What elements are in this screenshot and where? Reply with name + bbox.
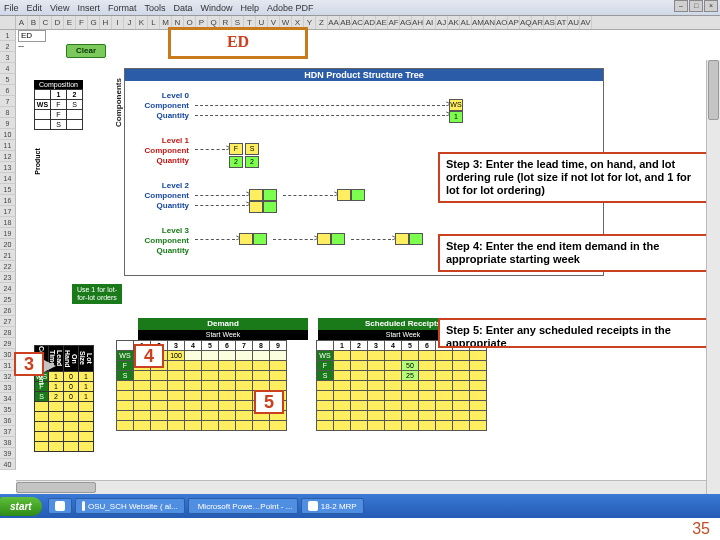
- menu-view[interactable]: View: [50, 3, 69, 13]
- taskbar-item[interactable]: [48, 498, 72, 514]
- menu-file[interactable]: File: [4, 3, 19, 13]
- callout-4: 4: [134, 344, 164, 368]
- column-headers: ABCDEFGHIJKLMNOPQRSTUVWXYZAAABACADAEAFAG…: [0, 16, 720, 30]
- slide-number: 35: [692, 520, 710, 538]
- step-4-text: Step 4: Enter the end item demand in the…: [438, 234, 708, 272]
- step-3-text: Step 3: Enter the lead time, on hand, an…: [438, 152, 708, 203]
- node-s-qty: 2: [245, 156, 259, 168]
- node-s: S: [245, 143, 259, 155]
- folder-icon: [55, 501, 65, 511]
- taskbar: start OSU_SCH Website ( al... Microsoft …: [0, 494, 720, 518]
- demand-subheader: Start Week: [138, 330, 308, 340]
- minimize-button[interactable]: –: [674, 0, 688, 12]
- menu-adobe[interactable]: Adobe PDF: [267, 3, 314, 13]
- components-axis-label: Components: [114, 76, 123, 129]
- lot-for-lot-note: Use 1 for lot-for-lot orders: [72, 284, 122, 304]
- menu-insert[interactable]: Insert: [77, 3, 100, 13]
- chart-title: HDN Product Structure Tree: [125, 69, 603, 81]
- step-5-text: Step 5: Enter any scheduled receipts in …: [438, 318, 708, 348]
- menu-edit[interactable]: Edit: [27, 3, 43, 13]
- maximize-button[interactable]: □: [689, 0, 703, 12]
- menu-window[interactable]: Window: [200, 3, 232, 13]
- composition-table: Product Composition 12 WSFS F S: [34, 80, 83, 130]
- node-f-qty: 2: [229, 156, 243, 168]
- cell-a1[interactable]: ED: [18, 30, 46, 42]
- scheduled-receipts-table: 123456789 WS F50 S25: [316, 340, 487, 431]
- close-button[interactable]: ×: [704, 0, 718, 12]
- menu-data[interactable]: Data: [173, 3, 192, 13]
- ed-worksheet-banner: ED: [168, 27, 308, 59]
- spreadsheet[interactable]: ED ---- Clear ED Product Composition 12 …: [16, 30, 720, 500]
- menu-tools[interactable]: Tools: [144, 3, 165, 13]
- menu-help[interactable]: Help: [240, 3, 259, 13]
- menu-format[interactable]: Format: [108, 3, 137, 13]
- callout-5: 5: [254, 390, 284, 414]
- cell-a2[interactable]: ----: [18, 42, 23, 49]
- node-ws-qty: 1: [449, 111, 463, 123]
- demand-header: Demand: [138, 318, 308, 330]
- node-f: F: [229, 143, 243, 155]
- start-button[interactable]: start: [0, 497, 42, 516]
- horizontal-scrollbar[interactable]: [16, 480, 706, 494]
- taskbar-item[interactable]: OSU_SCH Website ( al...: [75, 498, 185, 514]
- row-headers: 1234567891011121314151617181920212223242…: [0, 30, 16, 470]
- clear-button[interactable]: Clear: [66, 44, 106, 58]
- vertical-scrollbar[interactable]: [706, 60, 720, 516]
- menu-bar: File Edit View Insert Format Tools Data …: [0, 0, 720, 16]
- taskbar-item[interactable]: 18-2 MRP: [301, 498, 364, 514]
- excel-icon: [308, 501, 318, 511]
- taskbar-item[interactable]: Microsoft Powe…Point - ...: [188, 498, 298, 514]
- ie-icon: [82, 501, 85, 511]
- callout-3: 3: [14, 352, 44, 376]
- arrow-icon: [44, 360, 56, 372]
- node-ws: WS: [449, 99, 463, 111]
